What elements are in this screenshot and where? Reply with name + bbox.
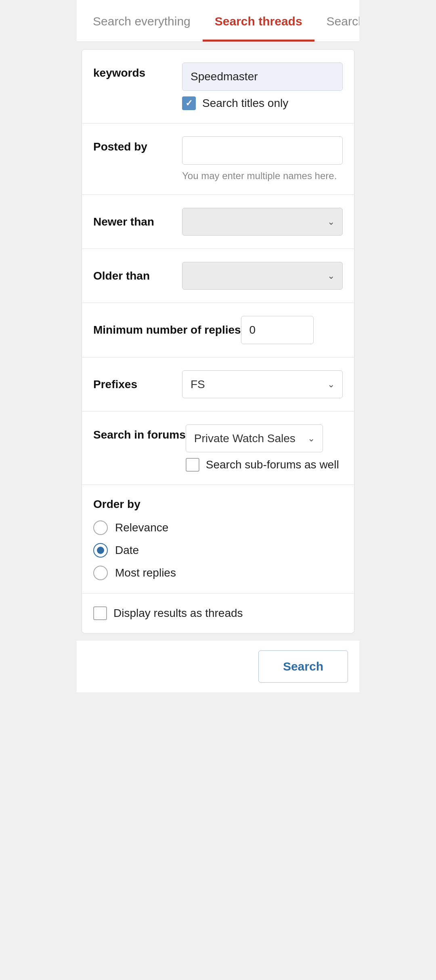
search-button-area: Search	[77, 641, 359, 692]
order-by-most-replies-label: Most replies	[115, 566, 176, 579]
older-than-content: Today Yesterday 1 week ago 2 weeks ago 1…	[182, 262, 343, 290]
prefixes-content: FS WTB WTS WTT SOLD ⌄	[182, 370, 343, 398]
search-in-forums-label: Search in forums	[93, 424, 186, 441]
posted-by-row: Posted by You may enter multiple names h…	[82, 123, 354, 195]
order-by-title: Order by	[93, 498, 343, 511]
prefixes-label: Prefixes	[93, 378, 182, 391]
sub-forums-label: Search sub-forums as well	[206, 458, 339, 471]
prefixes-row: Prefixes FS WTB WTS WTT SOLD ⌄	[82, 357, 354, 412]
search-in-forums-content: Private Watch Sales General Discussion V…	[186, 424, 343, 472]
keywords-input[interactable]	[182, 63, 343, 91]
posted-by-hint: You may enter multiple names here.	[182, 170, 343, 182]
min-replies-content	[241, 316, 343, 344]
newer-than-row: Newer than Today Yesterday 1 week ago 2 …	[82, 195, 354, 249]
search-in-forums-row: Search in forums Private Watch Sales Gen…	[82, 412, 354, 485]
older-than-select-wrapper: Today Yesterday 1 week ago 2 weeks ago 1…	[182, 262, 343, 290]
order-by-date-label: Date	[115, 544, 139, 557]
display-results-row[interactable]: ✓ Display results as threads	[82, 593, 354, 633]
display-results-label: Display results as threads	[113, 607, 243, 620]
forums-select[interactable]: Private Watch Sales General Discussion V…	[186, 424, 323, 452]
min-replies-label: Minimum number of replies	[93, 324, 241, 336]
order-by-section: Order by Relevance Date Most replies	[82, 485, 354, 593]
search-form: keywords ✓ Search titles only Posted by …	[82, 49, 354, 633]
keywords-label: keywords	[93, 63, 182, 79]
posted-by-label: Posted by	[93, 136, 182, 153]
keywords-row: keywords ✓ Search titles only	[82, 50, 354, 123]
older-than-select[interactable]: Today Yesterday 1 week ago 2 weeks ago 1…	[182, 262, 343, 290]
order-by-relevance-row[interactable]: Relevance	[93, 520, 343, 535]
sub-forums-checkbox-row[interactable]: ✓ Search sub-forums as well	[186, 458, 343, 472]
older-than-row: Older than Today Yesterday 1 week ago 2 …	[82, 249, 354, 303]
prefixes-select[interactable]: FS WTB WTS WTT SOLD	[182, 370, 343, 398]
forums-select-wrapper: Private Watch Sales General Discussion V…	[186, 424, 323, 452]
search-titles-checkbox-row[interactable]: ✓ Search titles only	[182, 96, 343, 110]
order-by-date-row[interactable]: Date	[93, 543, 343, 558]
search-titles-label: Search titles only	[202, 97, 288, 110]
order-by-relevance-label: Relevance	[115, 521, 168, 534]
posted-by-content: You may enter multiple names here.	[182, 136, 343, 182]
tab-bar: Search everything Search threads Search …	[77, 0, 359, 42]
min-replies-input[interactable]	[241, 316, 314, 344]
min-replies-row: Minimum number of replies	[82, 303, 354, 357]
order-by-date-radio[interactable]	[93, 543, 108, 558]
search-button[interactable]: Search	[258, 650, 348, 683]
newer-than-label: Newer than	[93, 215, 182, 228]
search-titles-checkbox[interactable]: ✓	[182, 96, 196, 110]
tab-search-everything[interactable]: Search everything	[81, 0, 203, 42]
order-by-most-replies-radio[interactable]	[93, 566, 108, 580]
checkmark-icon: ✓	[185, 99, 193, 108]
newer-than-select-wrapper: Today Yesterday 1 week ago 2 weeks ago 1…	[182, 208, 343, 236]
display-results-checkbox[interactable]: ✓	[93, 606, 107, 620]
order-by-most-replies-row[interactable]: Most replies	[93, 566, 343, 580]
tab-search-threads[interactable]: Search threads	[203, 0, 314, 42]
order-by-relevance-radio[interactable]	[93, 520, 108, 535]
prefixes-select-wrapper: FS WTB WTS WTT SOLD ⌄	[182, 370, 343, 398]
posted-by-input[interactable]	[182, 136, 343, 165]
sub-forums-checkbox[interactable]: ✓	[186, 458, 199, 472]
keywords-content: ✓ Search titles only	[182, 63, 343, 110]
tab-search-direct[interactable]: Search direct	[314, 0, 359, 42]
radio-selected-indicator	[97, 547, 104, 554]
newer-than-content: Today Yesterday 1 week ago 2 weeks ago 1…	[182, 208, 343, 236]
older-than-label: Older than	[93, 270, 182, 282]
newer-than-select[interactable]: Today Yesterday 1 week ago 2 weeks ago 1…	[182, 208, 343, 236]
